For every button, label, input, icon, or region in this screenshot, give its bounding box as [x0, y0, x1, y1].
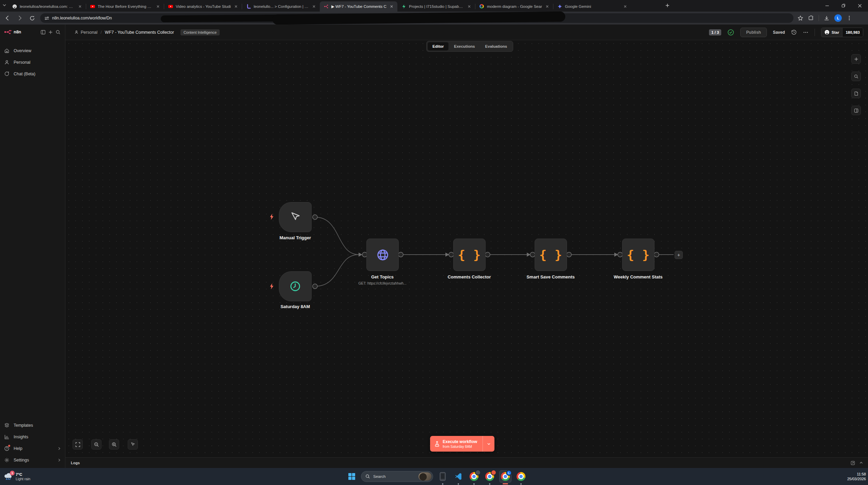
execute-dropdown-button[interactable]: [483, 436, 494, 452]
close-icon[interactable]: [78, 4, 82, 9]
close-icon[interactable]: [545, 4, 550, 9]
taskbar-clock[interactable]: 11:58 25/03/2026: [847, 468, 866, 485]
taskbar-chrome-profile3[interactable]: [515, 470, 527, 483]
close-window-button[interactable]: [852, 0, 868, 12]
flask-icon: [435, 441, 440, 447]
workflow-tag[interactable]: Content Intelligence: [180, 29, 220, 35]
execute-sublabel: from Saturday 8AM: [443, 445, 477, 449]
sidebar-item-overview[interactable]: Overview: [0, 45, 65, 57]
running-indicator: [489, 483, 490, 485]
taskbar-window-icon[interactable]: [437, 470, 449, 483]
close-icon[interactable]: [156, 4, 160, 9]
bookmark-star-icon[interactable]: [798, 15, 803, 21]
execute-workflow-button[interactable]: Execute workflow from Saturday 8AM: [430, 436, 494, 452]
browser-tab-configuration[interactable]: leonelullo... > Configuration | Co: [242, 1, 320, 12]
taskbar-search[interactable]: Search: [361, 471, 433, 482]
person-icon: [74, 30, 79, 34]
node-saturday-8am[interactable]: [279, 271, 312, 301]
zoom-out-button[interactable]: [91, 439, 101, 450]
node-manual-trigger[interactable]: [279, 202, 312, 232]
search-icon[interactable]: [54, 28, 62, 36]
node-label: Weekly Comment Stats: [614, 274, 663, 279]
node-comments-collector[interactable]: { }: [453, 239, 486, 271]
clock-icon: [289, 281, 301, 292]
redaction-scribble: [161, 15, 290, 22]
taskbar-chrome-profile1[interactable]: [468, 470, 480, 483]
help-icon: [4, 446, 10, 451]
taskbar-chrome-active[interactable]: L: [499, 470, 511, 483]
close-icon[interactable]: [234, 4, 238, 9]
canvas-notes-button[interactable]: [851, 89, 861, 98]
browser-tab-gemini[interactable]: Google Gemini: [553, 1, 631, 12]
logs-panel-header[interactable]: Logs: [65, 457, 868, 468]
pointer-tool-button[interactable]: [128, 439, 138, 450]
lightning-icon: [269, 283, 274, 290]
node-weekly-comment-stats[interactable]: { }: [622, 239, 654, 271]
youtube-icon: [168, 4, 173, 9]
menu-icon[interactable]: [847, 15, 852, 21]
sidebar-item-help[interactable]: Help: [0, 443, 65, 454]
home-icon: [4, 48, 10, 54]
sidebar-item-settings[interactable]: Settings: [0, 454, 65, 466]
browser-tab-n8n-active[interactable]: ▶ WF7 - YouTube Comments C: [320, 1, 397, 12]
fit-view-button[interactable]: [73, 439, 83, 450]
close-icon[interactable]: [389, 4, 394, 9]
taskbar-vscode-icon[interactable]: [452, 470, 464, 483]
check-circle-icon: [727, 29, 734, 36]
close-icon[interactable]: [623, 4, 628, 9]
browser-tab-youtube-video[interactable]: The Hour Before Everything Cha: [86, 1, 164, 12]
browser-tab-supabase[interactable]: Projects | I715studio | Supabase: [397, 1, 475, 12]
publish-button[interactable]: Publish: [740, 28, 767, 37]
zoom-in-button[interactable]: [109, 439, 119, 450]
browser-tab-google-search[interactable]: moderm diagram - Google Sear: [475, 1, 553, 12]
canvas-panel-button[interactable]: [851, 106, 861, 115]
tab-title: leonelulloa/leonelulloa.com: Per: [20, 4, 75, 9]
logs-collapse-chevron-icon[interactable]: [859, 461, 863, 465]
collapse-sidebar-icon[interactable]: [39, 28, 47, 36]
sidebar-item-label: Insights: [14, 435, 28, 439]
tab-overflow-chevron-icon[interactable]: [2, 3, 7, 7]
add-workflow-icon[interactable]: [47, 28, 54, 36]
workspace-crumb[interactable]: Personal: [74, 30, 97, 35]
minimize-button[interactable]: [819, 0, 835, 12]
more-options-icon[interactable]: [803, 30, 808, 35]
back-icon[interactable]: [3, 13, 12, 23]
browser-tab-github[interactable]: leonelulloa/leonelulloa.com: Per: [8, 1, 86, 12]
sidebar-item-personal[interactable]: Personal: [0, 57, 65, 68]
sidebar-item-templates[interactable]: Templates: [0, 420, 65, 431]
add-node-button[interactable]: +: [675, 251, 683, 259]
sidebar-item-chat[interactable]: Chat (Beta): [0, 68, 65, 80]
workflow-canvas[interactable]: Editor Executions Evaluations: [65, 40, 868, 457]
plus-icon: +: [677, 252, 680, 258]
new-tab-button[interactable]: [665, 3, 670, 8]
breadcrumb: Personal / WF7 - YouTube Comments Collec…: [74, 29, 220, 35]
weather-icon: 1: [3, 472, 13, 481]
search-daily-image: [419, 472, 431, 481]
extensions-icon[interactable]: [808, 15, 814, 21]
youtube-icon: [90, 4, 95, 9]
weather-widget[interactable]: 1 7°C Light rain: [0, 468, 34, 485]
saved-status: Saved: [773, 30, 785, 35]
browser-tab-youtube-studio[interactable]: Video analytics - YouTube Studi: [164, 1, 242, 12]
node-smart-save-comments[interactable]: { }: [535, 239, 567, 271]
n8n-logo[interactable]: n8n: [4, 30, 39, 34]
workflow-title[interactable]: WF7 - YouTube Comments Collector: [105, 30, 174, 35]
github-star-widget[interactable]: Star 180,983: [821, 28, 863, 37]
canvas-add-button[interactable]: [851, 54, 861, 64]
taskbar-chrome-profile2[interactable]: [484, 470, 496, 483]
download-icon[interactable]: [824, 15, 830, 21]
reload-icon[interactable]: [27, 13, 37, 23]
canvas-search-button[interactable]: [851, 72, 861, 81]
site-info-icon[interactable]: [44, 16, 49, 21]
sidebar-item-insights[interactable]: Insights: [0, 431, 65, 443]
logs-popout-icon[interactable]: [851, 461, 855, 465]
close-icon[interactable]: [312, 4, 316, 9]
history-icon[interactable]: [791, 29, 797, 35]
windows-start-button[interactable]: [346, 471, 358, 482]
node-get-topics[interactable]: [366, 239, 399, 271]
forward-icon[interactable]: [15, 13, 25, 23]
close-icon[interactable]: [467, 4, 472, 9]
profile-avatar[interactable]: L: [834, 14, 842, 22]
maximize-button[interactable]: [835, 0, 852, 12]
tab-title: moderm diagram - Google Sear: [487, 4, 542, 9]
